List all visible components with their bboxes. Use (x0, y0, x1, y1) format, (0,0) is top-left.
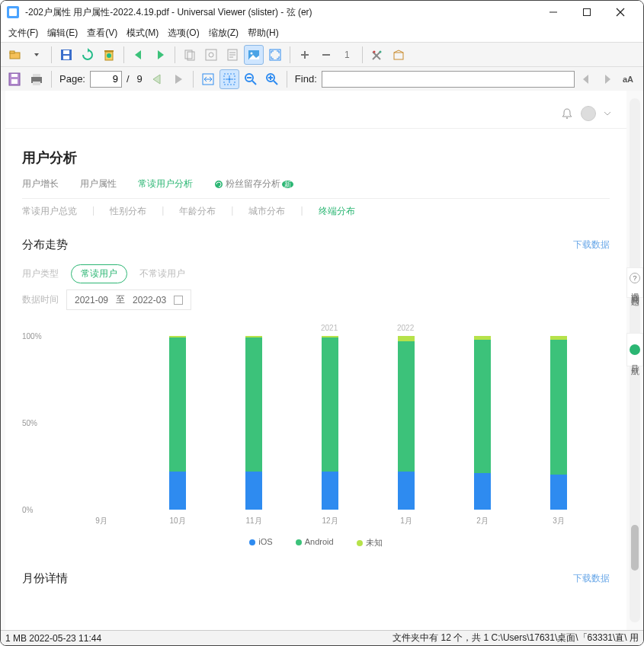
subtabs: 常读用户总览| 性别分布| 年龄分布| 城市分布| 终端分布 (22, 198, 610, 218)
svg-point-21 (251, 52, 253, 54)
chevron-down-icon[interactable] (604, 110, 611, 117)
package-icon[interactable] (389, 45, 409, 65)
titlebar[interactable]: -202户属性 用户属性-2022.4.19.pdf - Universal V… (1, 1, 643, 24)
find-prev-icon[interactable] (576, 69, 596, 89)
settings-icon[interactable] (367, 45, 387, 65)
svg-rect-7 (63, 50, 69, 54)
help-text: 遇到问题 (630, 286, 641, 293)
copy-icon[interactable] (180, 45, 200, 65)
subtab-age[interactable]: 年龄分布 (179, 205, 216, 218)
svg-rect-5 (10, 51, 14, 53)
zoom-100-icon[interactable]: 1 (338, 45, 357, 65)
menu-edit[interactable]: 编辑(E) (47, 27, 78, 40)
time-badge: 2022 (397, 324, 414, 332)
download-month-link[interactable]: 下载数据 (573, 572, 610, 585)
save-icon[interactable] (56, 45, 76, 65)
subtab-device[interactable]: 终端分布 (319, 205, 355, 218)
bar (398, 336, 415, 510)
print-icon[interactable] (27, 69, 46, 89)
subtab-gender[interactable]: 性别分布 (110, 205, 146, 218)
nav-forward-icon[interactable] (150, 45, 170, 65)
maximize-button[interactable] (570, 2, 604, 23)
pill-loyal[interactable]: 常读用户 (71, 264, 127, 283)
nav-text: 导航 (630, 358, 641, 361)
svg-rect-31 (394, 53, 403, 59)
open-icon[interactable] (5, 45, 25, 65)
bar (245, 336, 262, 510)
panel-trend-title: 分布走势 (22, 238, 68, 252)
tab-loyal-analysis[interactable]: 常读用户分析 (138, 177, 193, 190)
date-range-picker[interactable]: 2021-09 至 2022-03 (66, 289, 191, 310)
tab-fan-retention[interactable]: 粉丝留存分析新 (214, 177, 293, 190)
svg-rect-1 (584, 9, 591, 16)
fullscreen-icon[interactable] (265, 45, 285, 65)
page-next-icon[interactable] (168, 69, 188, 89)
fit-page-icon[interactable] (219, 69, 239, 89)
minimize-button[interactable] (537, 2, 570, 23)
zoom-in-lens-icon[interactable] (262, 69, 282, 89)
zoom-select-icon[interactable] (201, 45, 221, 65)
svg-point-11 (107, 53, 111, 58)
svg-rect-34 (11, 74, 18, 77)
svg-point-49 (566, 117, 568, 119)
zoom-in-icon[interactable] (295, 45, 315, 65)
tab-fan-retention-label: 粉丝留存分析 (226, 178, 280, 189)
svg-line-45 (274, 81, 277, 85)
bell-icon[interactable] (561, 107, 573, 120)
bar (322, 336, 338, 510)
status-left: 1 MB 2022-05-23 11:44 (5, 633, 101, 644)
page-prev-icon[interactable] (147, 69, 167, 89)
find-label: Find: (295, 73, 317, 85)
legend-unknown: 未知 (366, 538, 383, 547)
x-tick: 3月 (553, 516, 565, 526)
find-options-icon[interactable]: aA (619, 69, 639, 89)
content-area: 用户分析 用户增长 用户属性 常读用户分析 粉丝留存分析新 常读用户总览| 性别… (1, 91, 643, 630)
menu-options[interactable]: 选项(O) (168, 27, 199, 40)
tab-user-growth[interactable]: 用户增长 (22, 177, 59, 190)
find-input[interactable] (322, 71, 575, 88)
avatar[interactable] (581, 106, 596, 121)
help-widget[interactable]: ? 遇到问题 (626, 267, 643, 298)
svg-point-40 (229, 78, 230, 80)
nav-widget[interactable]: 导航 (626, 333, 643, 366)
close-button[interactable] (604, 2, 637, 23)
menubar: 文件(F) 编辑(E) 查看(V) 模式(M) 选项(O) 缩放(Z) 帮助(H… (1, 24, 643, 42)
menu-file[interactable]: 文件(F) (8, 27, 38, 40)
fit-width-icon[interactable] (198, 69, 218, 89)
date-to: 2022-03 (133, 295, 166, 305)
menu-mode[interactable]: 模式(M) (127, 27, 159, 40)
image-mode-icon[interactable] (244, 45, 264, 65)
reload-icon[interactable] (78, 45, 98, 65)
menu-zoom[interactable]: 缩放(Z) (209, 27, 239, 40)
text-icon[interactable] (223, 45, 242, 65)
menu-help[interactable]: 帮助(H) (248, 27, 279, 40)
save-copy-icon[interactable] (5, 69, 25, 89)
bar (550, 336, 567, 510)
legend-dot-unknown (357, 540, 363, 546)
find-next-icon[interactable] (598, 69, 617, 89)
new-badge: 新 (282, 181, 293, 188)
nav-back-icon[interactable] (129, 45, 149, 65)
tab-user-attr[interactable]: 用户属性 (80, 177, 117, 190)
menu-view[interactable]: 查看(V) (87, 27, 117, 40)
subtab-overview[interactable]: 常读用户总览 (22, 205, 77, 218)
scrollbar-thumb[interactable] (631, 525, 639, 571)
toolbar-main: 1 (1, 42, 643, 66)
pill-nonloyal[interactable]: 不常读用户 (139, 267, 185, 280)
y-tick: 100% (22, 332, 42, 341)
zoom-out-lens-icon[interactable] (241, 69, 261, 89)
zoom-out-icon[interactable] (316, 45, 336, 65)
svg-point-30 (380, 50, 382, 53)
subtab-city[interactable]: 城市分布 (248, 205, 285, 218)
chart-legend: iOS Android 未知 (22, 537, 610, 548)
svg-text:aA: aA (623, 75, 633, 84)
window-title: -202户属性 用户属性-2022.4.19.pdf - Universal V… (25, 6, 312, 19)
delete-icon[interactable] (99, 45, 119, 65)
date-from: 2021-09 (75, 295, 108, 305)
page-current-input[interactable] (90, 71, 122, 88)
x-tick: 12月 (322, 516, 338, 526)
open-dropdown-icon[interactable] (27, 45, 46, 65)
calendar-icon (174, 296, 183, 305)
download-data-link[interactable]: 下载数据 (573, 238, 610, 251)
x-tick: 2月 (476, 516, 489, 526)
